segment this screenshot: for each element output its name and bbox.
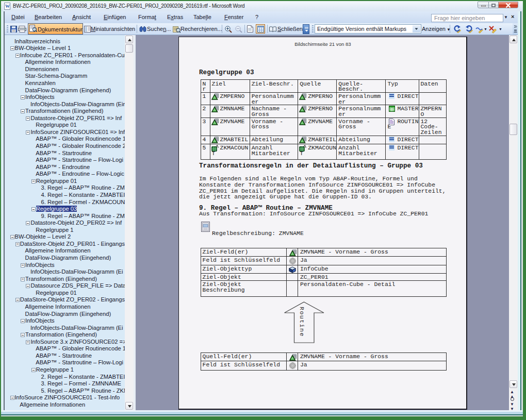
svg-text:Routine: Routine (299, 307, 305, 337)
